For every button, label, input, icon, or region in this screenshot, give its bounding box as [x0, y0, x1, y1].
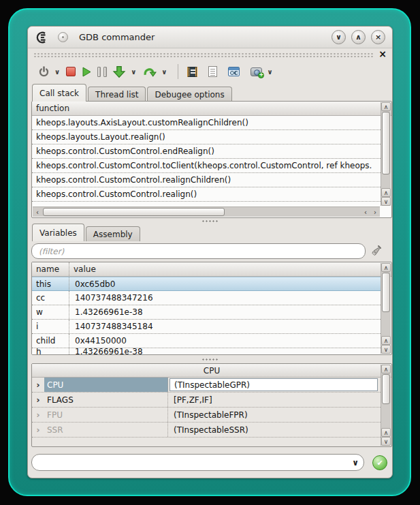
expander-icon[interactable]: ›: [32, 408, 44, 422]
variable-row[interactable]: w 1.43266961e-38: [32, 305, 381, 320]
maximize-button[interactable]: ∧: [351, 30, 366, 44]
scrollbar-track[interactable]: [42, 207, 361, 217]
scroll-up-icon[interactable]: ∧: [381, 102, 391, 111]
callstack-row[interactable]: kheops.control.CustomControl.realignChil…: [32, 173, 381, 187]
watch-window-button[interactable]: [226, 63, 242, 80]
step-into-dropdown-icon[interactable]: ∨: [131, 68, 136, 76]
combo-dropdown-icon[interactable]: ∨: [347, 458, 364, 468]
scroll-down-icon[interactable]: ∨: [381, 197, 391, 206]
callstack-row[interactable]: kheops.control.CustomControl.endRealign(…: [32, 144, 381, 159]
power-dropdown-icon[interactable]: ∨: [54, 68, 60, 76]
callstack-row[interactable]: kheops.layouts.Layout.realign(): [32, 130, 381, 144]
power-button[interactable]: [36, 63, 52, 80]
tab-assembly[interactable]: Assembly: [86, 226, 140, 241]
snapshot-dropdown-icon[interactable]: ∨: [267, 68, 272, 76]
dock-close-icon[interactable]: ×: [378, 49, 387, 59]
titlebar[interactable]: GDB commander ∨ ∧ ×: [28, 27, 392, 48]
stop-button[interactable]: [64, 63, 78, 80]
window-menu-button[interactable]: [58, 32, 68, 42]
variable-value: 1.43266961e-38: [69, 305, 381, 319]
scroll-up-icon[interactable]: ∧: [381, 188, 391, 197]
pause-button[interactable]: [95, 63, 109, 80]
clear-filter-button[interactable]: [368, 243, 385, 259]
register-group-value: (TInspectableFPR): [168, 408, 381, 422]
step-over-dropdown-icon[interactable]: ∨: [161, 68, 167, 76]
command-bar: ∨ ✔: [31, 453, 389, 472]
gdb-command-combobox[interactable]: ∨: [31, 454, 364, 471]
expander-icon[interactable]: ›: [32, 393, 44, 407]
tab-call-stack[interactable]: Call stack: [32, 84, 86, 102]
scroll-right-icon[interactable]: ›: [370, 207, 380, 217]
variable-row[interactable]: h 1.43266961e-38: [32, 348, 381, 355]
tab-debugee-options[interactable]: Debugee options: [147, 87, 231, 102]
function-column-header[interactable]: function: [32, 102, 74, 115]
scroll-down-icon[interactable]: ∨: [381, 437, 391, 446]
variable-value: 140737488347216: [69, 291, 381, 305]
scroll-up-icon[interactable]: ∧: [381, 365, 391, 373]
variables-tabbar: Variables Assembly: [32, 224, 142, 241]
cpu-tree-row[interactable]: › FLAGS [PF,ZF,IF]: [32, 393, 381, 408]
scroll-left-icon[interactable]: ‹: [33, 207, 42, 217]
scrollbar-thumb[interactable]: [382, 112, 390, 174]
scrollbar-thumb[interactable]: [382, 374, 390, 404]
variable-name: cc: [32, 291, 69, 305]
callstack-horizontal-scrollbar[interactable]: ‹ ‹ ›: [33, 206, 380, 217]
variables-column-header[interactable]: name value: [32, 262, 391, 277]
expander-icon[interactable]: ›: [32, 378, 44, 392]
continue-button[interactable]: [79, 63, 94, 80]
watch-window-icon: [228, 67, 240, 76]
variable-value: 140737488345184: [69, 320, 381, 333]
scrollbar-thumb[interactable]: [43, 208, 225, 216]
step-into-button[interactable]: [110, 63, 128, 80]
variable-value: 0xc65db0: [69, 277, 381, 290]
scroll-up-icon[interactable]: ∧: [381, 263, 391, 272]
cpu-vertical-scrollbar[interactable]: ∧ ∧ ∨: [381, 365, 391, 446]
cpu-tree-row[interactable]: › FPU (TInspectableFPR): [32, 408, 381, 423]
callstack-row[interactable]: kheops.control.CustomControl.realign(): [32, 187, 381, 202]
callstack-column-header[interactable]: function: [32, 102, 391, 116]
dock-titlebar[interactable]: ×: [33, 51, 387, 59]
scroll-down-icon[interactable]: ∨: [381, 345, 391, 354]
output-button[interactable]: [206, 63, 219, 80]
cpu-tree-row[interactable]: › CPU (TInspectableGPR): [32, 378, 381, 393]
variable-row[interactable]: cc 140737488347216: [32, 291, 381, 305]
scrollbar-thumb[interactable]: [382, 273, 390, 312]
variable-row[interactable]: this 0xc65db0: [32, 277, 381, 291]
name-column-header[interactable]: name: [32, 262, 69, 276]
cpu-inspector-panel: CPU › CPU (TInspectableGPR) › FLAGS [PF,…: [31, 363, 392, 447]
toolbar-separator: [178, 64, 178, 79]
send-command-button[interactable]: ✔: [372, 455, 387, 470]
callstack-vertical-scrollbar[interactable]: ∧ ∧ ∨: [381, 102, 391, 206]
variable-row[interactable]: child 0x44150000: [32, 334, 381, 348]
snapshot-add-button[interactable]: +: [248, 63, 264, 80]
dock-drag-handle[interactable]: [33, 52, 374, 58]
scroll-up-icon[interactable]: ∧: [381, 336, 391, 345]
app-logo-icon: [35, 31, 48, 44]
gdb-command-input[interactable]: [32, 458, 347, 468]
tab-thread-list[interactable]: Thread list: [88, 87, 146, 102]
output-icon: [208, 66, 217, 77]
callstack-row[interactable]: kheops.control.CustomControl.toClient(kh…: [32, 159, 381, 173]
scroll-up-icon[interactable]: ∧: [381, 428, 391, 437]
cpu-tree-row[interactable]: › SSR (TInspectableSSR): [32, 423, 381, 438]
snapshot-add-icon: +: [251, 67, 262, 76]
panel-splitter[interactable]: [28, 358, 392, 361]
close-window-button[interactable]: ×: [371, 30, 385, 44]
variables-vertical-scrollbar[interactable]: ∧ ∧ ∨: [381, 263, 391, 354]
tab-variables[interactable]: Variables: [32, 224, 84, 241]
register-value-editor[interactable]: (TInspectableGPR): [169, 378, 378, 391]
filter-input[interactable]: [31, 243, 366, 259]
variable-value: 1.43266961e-38: [69, 348, 381, 354]
value-column-header[interactable]: value: [69, 262, 100, 276]
cpu-view-button[interactable]: [185, 63, 199, 80]
shade-button[interactable]: ∨: [332, 30, 346, 44]
callstack-row[interactable]: kheops.layouts.AxisLayout.customRealignC…: [32, 116, 381, 130]
variable-row[interactable]: i 140737488345184: [32, 320, 381, 334]
cpu-panel-header[interactable]: CPU: [32, 364, 391, 378]
variable-name: this: [32, 277, 69, 290]
cpu-view-icon: [187, 67, 197, 77]
panel-splitter[interactable]: [28, 219, 392, 223]
expander-icon[interactable]: ›: [32, 423, 44, 437]
scroll-left-icon[interactable]: ‹: [361, 207, 370, 217]
step-over-button[interactable]: [140, 63, 159, 80]
